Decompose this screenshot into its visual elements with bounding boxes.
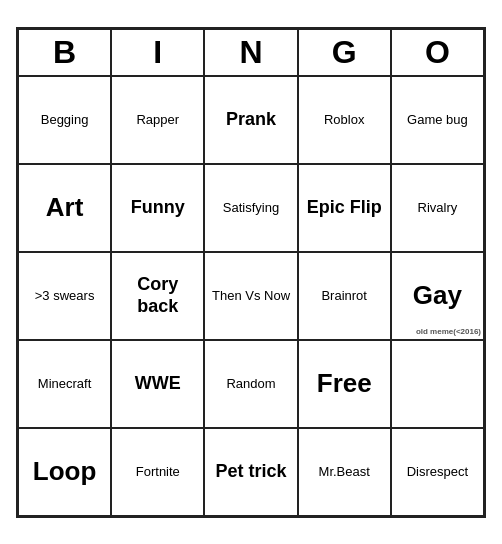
bingo-cell-3-0: Minecraft [18, 340, 111, 428]
bingo-cell-2-2: Then Vs Now [204, 252, 297, 340]
bingo-cell-4-3: Mr.Beast [298, 428, 391, 516]
cell-text-0-1: Rapper [136, 112, 179, 128]
cell-text-1-0: Art [46, 192, 84, 223]
cell-text-4-4: Disrespect [407, 464, 468, 480]
bingo-cell-4-1: Fortnite [111, 428, 204, 516]
bingo-row-3: MinecraftWWERandomFree [18, 340, 484, 428]
bingo-row-2: >3 swearsCory backThen Vs NowBrainrotGay… [18, 252, 484, 340]
cell-text-2-0: >3 swears [35, 288, 95, 304]
bingo-cell-1-0: Art [18, 164, 111, 252]
bingo-cell-1-1: Funny [111, 164, 204, 252]
header-letter-b: B [18, 29, 111, 76]
bingo-cell-2-4: Gayold meme(<2016) [391, 252, 484, 340]
bingo-cell-3-2: Random [204, 340, 297, 428]
bingo-cell-0-4: Game bug [391, 76, 484, 164]
cell-subnote-2-4: old meme(<2016) [416, 327, 481, 337]
bingo-cell-1-4: Rivalry [391, 164, 484, 252]
bingo-cell-0-1: Rapper [111, 76, 204, 164]
bingo-cell-0-0: Begging [18, 76, 111, 164]
cell-text-2-1: Cory back [116, 274, 199, 317]
bingo-row-0: BeggingRapperPrankRobloxGame bug [18, 76, 484, 164]
bingo-grid: BeggingRapperPrankRobloxGame bugArtFunny… [18, 76, 484, 516]
cell-text-3-2: Random [226, 376, 275, 392]
cell-text-1-3: Epic Flip [307, 197, 382, 219]
bingo-cell-4-2: Pet trick [204, 428, 297, 516]
bingo-cell-3-1: WWE [111, 340, 204, 428]
cell-text-3-1: WWE [135, 373, 181, 395]
cell-text-2-3: Brainrot [321, 288, 367, 304]
cell-text-4-2: Pet trick [215, 461, 286, 483]
bingo-cell-2-0: >3 swears [18, 252, 111, 340]
header-letter-o: O [391, 29, 484, 76]
bingo-cell-4-4: Disrespect [391, 428, 484, 516]
cell-text-2-2: Then Vs Now [212, 288, 290, 304]
cell-text-3-0: Minecraft [38, 376, 91, 392]
cell-text-4-0: Loop [33, 456, 97, 487]
cell-text-2-4: Gay [413, 280, 462, 311]
bingo-cell-3-3: Free [298, 340, 391, 428]
cell-text-1-4: Rivalry [418, 200, 458, 216]
cell-text-0-4: Game bug [407, 112, 468, 128]
cell-text-1-1: Funny [131, 197, 185, 219]
bingo-card: BINGO BeggingRapperPrankRobloxGame bugAr… [16, 27, 486, 518]
bingo-cell-4-0: Loop [18, 428, 111, 516]
bingo-row-4: LoopFortnitePet trickMr.BeastDisrespect [18, 428, 484, 516]
cell-text-4-3: Mr.Beast [319, 464, 370, 480]
bingo-cell-3-4 [391, 340, 484, 428]
header-letter-g: G [298, 29, 391, 76]
cell-text-1-2: Satisfying [223, 200, 279, 216]
bingo-header: BINGO [18, 29, 484, 76]
bingo-cell-2-1: Cory back [111, 252, 204, 340]
cell-text-0-3: Roblox [324, 112, 364, 128]
bingo-cell-1-3: Epic Flip [298, 164, 391, 252]
cell-text-3-3: Free [317, 368, 372, 399]
bingo-cell-0-2: Prank [204, 76, 297, 164]
header-letter-n: N [204, 29, 297, 76]
header-letter-i: I [111, 29, 204, 76]
bingo-cell-2-3: Brainrot [298, 252, 391, 340]
bingo-row-1: ArtFunnySatisfyingEpic FlipRivalry [18, 164, 484, 252]
cell-text-0-0: Begging [41, 112, 89, 128]
bingo-cell-1-2: Satisfying [204, 164, 297, 252]
bingo-cell-0-3: Roblox [298, 76, 391, 164]
cell-text-4-1: Fortnite [136, 464, 180, 480]
cell-text-0-2: Prank [226, 109, 276, 131]
